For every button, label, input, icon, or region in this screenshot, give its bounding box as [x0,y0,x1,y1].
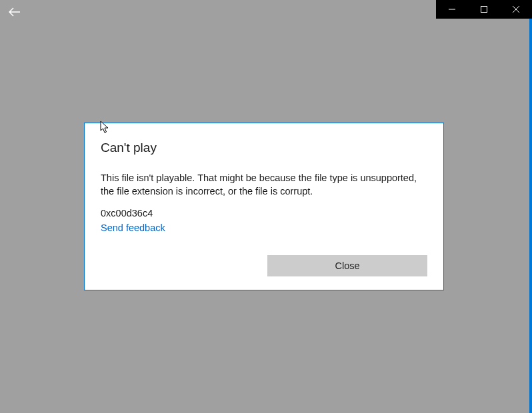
error-dialog: Can't play This file isn't playable. Tha… [84,123,444,290]
window-titlebar-controls [436,0,532,19]
dialog-message: This file isn't playable. That might be … [101,171,427,199]
minimize-icon [449,6,455,13]
close-icon [513,6,519,13]
svg-rect-0 [481,7,487,13]
close-button[interactable]: Close [267,255,427,276]
maximize-icon [481,6,487,13]
minimize-button[interactable] [436,0,468,19]
back-arrow-icon [9,7,21,17]
back-button[interactable] [4,3,25,21]
window-accent-border [529,19,532,413]
close-window-button[interactable] [500,0,532,19]
error-code: 0xc00d36c4 [101,208,427,218]
dialog-actions: Close [101,255,427,276]
send-feedback-link[interactable]: Send feedback [101,222,427,233]
dialog-title: Can't play [101,141,427,155]
maximize-button[interactable] [468,0,500,19]
